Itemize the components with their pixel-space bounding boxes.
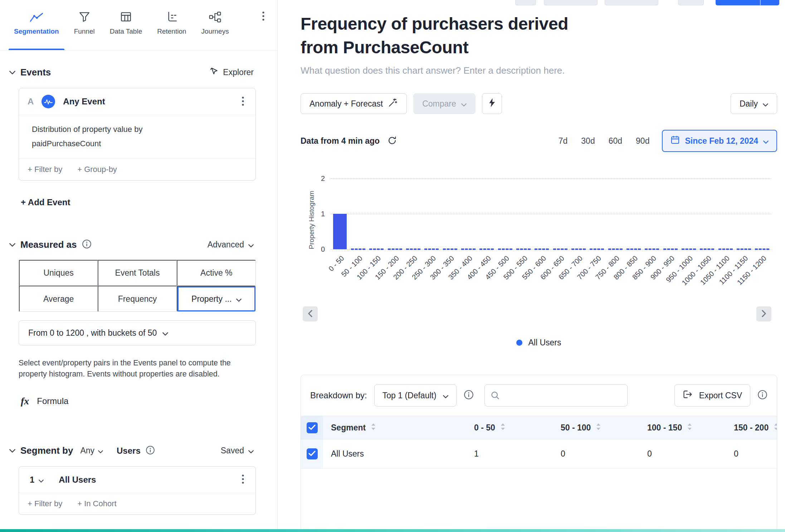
chart-scroll-left-button[interactable] xyxy=(303,306,318,321)
tab-retention[interactable]: Retention xyxy=(150,9,194,50)
toolbar-partial-button-4[interactable] xyxy=(678,0,704,5)
advanced-dropdown[interactable]: Advanced xyxy=(205,240,256,250)
measure-option-uniques[interactable]: Uniques xyxy=(19,260,98,286)
bar-slot xyxy=(716,178,735,249)
filter-by-button[interactable]: + Filter by xyxy=(28,165,62,174)
range-30d-button[interactable]: 30d xyxy=(574,133,601,149)
export-icon xyxy=(683,390,693,401)
chart-title[interactable]: Frequency of purchasers derived from Pur… xyxy=(301,12,777,59)
row-value-0-50: 1 xyxy=(467,439,554,468)
measure-option-average[interactable]: Average xyxy=(19,286,98,311)
row-checkbox[interactable] xyxy=(307,448,318,459)
breakdown-search-input[interactable] xyxy=(484,384,628,407)
refresh-icon xyxy=(387,136,397,146)
bar-slot xyxy=(698,178,716,249)
chart-xlabels: 0 - 5050 - 100100 - 150150 - 200200 - 25… xyxy=(331,249,771,306)
events-heading: Events xyxy=(20,67,51,78)
tab-funnel[interactable]: Funnel xyxy=(67,9,102,50)
segment-any-dropdown[interactable]: Any xyxy=(78,445,105,456)
event-row-label: A xyxy=(28,97,34,107)
measure-option-property-selected[interactable]: Property ... xyxy=(177,286,255,311)
measure-option-frequency[interactable]: Frequency xyxy=(98,286,176,311)
segment-by-heading: Segment by xyxy=(20,445,73,456)
any-event-icon xyxy=(42,95,55,108)
sort-icon[interactable] xyxy=(687,423,692,433)
select-all-checkbox[interactable] xyxy=(307,422,318,433)
info-icon[interactable] xyxy=(146,445,155,456)
lightning-icon xyxy=(488,98,496,110)
chart-scroll-right-button[interactable] xyxy=(756,306,771,321)
formula-button[interactable]: fx Formula xyxy=(19,395,70,407)
segment-options-button[interactable] xyxy=(239,473,247,486)
segment-index-dropdown[interactable]: 1 xyxy=(28,474,46,485)
column-header-0-50: 0 - 50 xyxy=(474,423,495,433)
measured-as-section: Measured as Advanced Uniques Event Total… xyxy=(0,239,277,407)
event-title[interactable]: Any Event xyxy=(63,97,231,107)
range-90d-button[interactable]: 90d xyxy=(629,133,656,149)
breakdown-top-dropdown[interactable]: Top 1 (Default) xyxy=(374,384,457,407)
tab-journeys[interactable]: Journeys xyxy=(194,9,237,50)
bar-slot xyxy=(514,178,532,249)
bar-slot xyxy=(367,178,386,249)
toolbar-partial-primary-button[interactable] xyxy=(716,0,779,5)
plot-area: 2 1 0 xyxy=(331,178,771,249)
info-icon[interactable] xyxy=(82,239,92,250)
measure-option-active-pct[interactable]: Active % xyxy=(177,260,255,286)
range-60d-button[interactable]: 60d xyxy=(602,133,629,149)
explorer-button[interactable]: Explorer xyxy=(207,66,256,79)
sort-icon[interactable] xyxy=(596,423,601,433)
y-tick-label: 0 xyxy=(321,245,325,253)
tab-data-table[interactable]: Data Table xyxy=(102,9,150,50)
sort-icon[interactable] xyxy=(371,423,376,433)
sort-icon[interactable] xyxy=(500,423,506,433)
tab-segmentation[interactable]: Segmentation xyxy=(6,9,67,50)
measure-option-event-totals[interactable]: Event Totals xyxy=(98,260,176,286)
group-by-button[interactable]: + Group-by xyxy=(77,165,117,174)
compare-button[interactable]: Compare xyxy=(413,93,476,114)
toolbar-partial-button-1[interactable] xyxy=(515,0,536,5)
users-label: Users xyxy=(117,446,141,456)
segment-title[interactable]: All Users xyxy=(59,475,231,485)
granularity-dropdown[interactable]: Daily xyxy=(731,93,777,114)
chevron-down-icon xyxy=(162,328,168,338)
info-icon[interactable] xyxy=(757,390,767,401)
chart-description-input[interactable]: What question does this chart answer? En… xyxy=(301,65,777,76)
app-window: Segmentation Funnel Data Table Retention xyxy=(0,0,785,532)
toolbar-partial-button-3[interactable] xyxy=(605,0,658,5)
chevron-down-icon xyxy=(248,240,254,250)
add-event-button[interactable]: + Add Event xyxy=(19,197,72,208)
event-options-button[interactable] xyxy=(239,95,247,108)
data-table-icon xyxy=(120,9,132,23)
toolbar-partial-button-2[interactable] xyxy=(544,0,598,5)
anomaly-forecast-button[interactable]: Anomaly + Forecast xyxy=(301,93,407,114)
date-range-button[interactable]: Since Feb 12, 2024 xyxy=(662,130,777,152)
breakdown-header: Breakdown by: Top 1 (Default) xyxy=(301,375,777,416)
tabs-more-button[interactable] xyxy=(259,9,268,25)
measure-options: Uniques Event Totals Active % Average Fr… xyxy=(19,260,256,312)
table-row: All Users 1 0 0 0 xyxy=(301,439,777,469)
row-value-50-100: 0 xyxy=(554,439,640,468)
chevron-down-icon[interactable] xyxy=(9,242,15,248)
tab-label: Retention xyxy=(157,28,186,35)
in-cohort-button[interactable]: + In Cohort xyxy=(77,499,116,508)
export-csv-button[interactable]: Export CSV xyxy=(674,384,750,407)
realtime-button[interactable] xyxy=(482,93,502,114)
sort-icon[interactable] xyxy=(774,423,777,433)
chart-legend[interactable]: All Users xyxy=(301,338,777,348)
breakdown-search xyxy=(484,384,628,407)
bar-slot xyxy=(606,178,624,249)
chevron-down-icon[interactable] xyxy=(9,69,15,76)
bucket-range-dropdown[interactable]: From 0 to 1200 , with buckets of 50 xyxy=(19,320,256,345)
range-7d-button[interactable]: 7d xyxy=(552,133,575,149)
segment-filter-by-button[interactable]: + Filter by xyxy=(28,499,62,508)
info-icon[interactable] xyxy=(464,390,474,401)
refresh-button[interactable] xyxy=(386,134,398,148)
event-property-description[interactable]: Distribution of property value by paidPu… xyxy=(19,115,255,159)
chevron-down-icon xyxy=(763,136,769,146)
tab-label: Segmentation xyxy=(14,28,59,35)
column-header-50-100: 50 - 100 xyxy=(561,423,591,433)
saved-dropdown[interactable]: Saved xyxy=(219,445,256,456)
row-segment-label[interactable]: All Users xyxy=(323,439,467,468)
histogram-bar[interactable] xyxy=(333,214,347,249)
chevron-down-icon[interactable] xyxy=(9,448,15,454)
